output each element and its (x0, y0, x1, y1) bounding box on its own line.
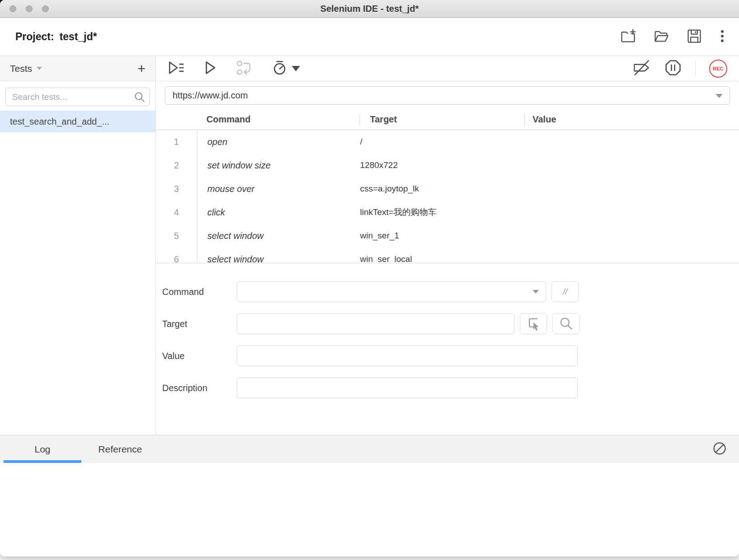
project-header: Project:test_jd* (0, 18, 739, 56)
table-row[interactable]: 5 select window win_ser_1 (156, 224, 739, 247)
select-target-icon (526, 316, 541, 332)
row-number: 1 (156, 130, 197, 154)
row-number: 4 (156, 201, 197, 224)
find-target-icon (559, 316, 573, 332)
find-target-button[interactable] (552, 313, 580, 334)
chevron-down-icon (37, 67, 42, 70)
open-project-icon (653, 28, 669, 45)
pause-on-exceptions-button[interactable] (664, 59, 682, 78)
select-target-button[interactable] (520, 313, 547, 334)
command-detail-form: Command // Target (156, 263, 739, 435)
description-field-label: Description (162, 383, 237, 393)
tab-reference[interactable]: Reference (81, 435, 159, 463)
tab-log[interactable]: Log (4, 435, 81, 463)
test-name: test_search_and_add_... (10, 117, 109, 127)
url-dropdown-caret-icon[interactable] (716, 94, 723, 98)
selenium-ide-window: Selenium IDE - test_jd* Project:test_jd* (0, 0, 739, 556)
value-field-label: Value (162, 351, 237, 361)
base-url-input[interactable] (165, 86, 730, 105)
url-bar-row (156, 81, 739, 109)
run-current-test-icon (204, 61, 217, 76)
run-all-tests-icon (168, 61, 185, 76)
step-over-button[interactable] (236, 60, 253, 77)
command-table: 1 open / 2 set window size 1280x722 3 mo… (156, 130, 739, 263)
table-row[interactable]: 2 set window size 1280x722 (156, 154, 739, 177)
clear-log-button[interactable] (712, 435, 727, 463)
window-title: Selenium IDE - test_jd* (0, 4, 739, 14)
column-header-value[interactable]: Value (524, 114, 739, 125)
row-target: win_ser_local (360, 254, 514, 263)
pause-on-exceptions-icon (664, 59, 682, 78)
toolbar-divider (695, 61, 696, 77)
open-project-button[interactable] (653, 28, 669, 45)
row-target: / (360, 137, 514, 147)
target-field-label: Target (162, 319, 237, 329)
column-header-target[interactable]: Target (360, 114, 524, 125)
test-list-item[interactable]: test_search_and_add_... (0, 111, 155, 132)
row-target: linkText=我的购物车 (360, 206, 514, 218)
row-number: 5 (156, 224, 197, 247)
kebab-menu-icon (719, 28, 725, 45)
row-command: select window (197, 231, 360, 241)
test-speed-icon (271, 60, 288, 78)
clear-log-icon (712, 441, 727, 458)
record-button[interactable]: REC (709, 60, 727, 78)
title-bar: Selenium IDE - test_jd* (0, 0, 739, 18)
row-command: select window (197, 254, 360, 263)
command-field-label: Command (162, 287, 237, 297)
run-current-test-button[interactable] (204, 61, 217, 76)
target-field-input[interactable] (237, 313, 514, 334)
project-label: Project: (15, 31, 54, 42)
playback-toolbar: REC (156, 56, 739, 81)
row-command: open (197, 137, 360, 147)
row-number: 2 (156, 154, 197, 177)
row-target: 1280x722 (360, 160, 514, 170)
row-number: 6 (156, 247, 197, 263)
tests-dropdown[interactable]: Tests (10, 63, 42, 74)
comment-slashes-label: // (563, 287, 567, 297)
value-field-input[interactable] (237, 345, 578, 366)
speed-dropdown-caret-icon (292, 66, 300, 71)
row-target: win_ser_1 (360, 231, 514, 241)
bottom-panel-tabs: Log Reference (0, 435, 739, 463)
tests-sidebar: Tests + test_search_and_add_... (0, 56, 156, 435)
table-row[interactable]: 6 select window win_ser_local (156, 247, 739, 263)
description-field-input[interactable] (237, 378, 578, 398)
new-project-button[interactable] (620, 28, 636, 45)
disable-breakpoints-button[interactable] (632, 60, 651, 77)
test-speed-control[interactable] (271, 60, 300, 78)
command-field-input[interactable] (237, 281, 546, 302)
column-header-command[interactable]: Command (156, 114, 360, 125)
log-content (0, 463, 739, 556)
table-row[interactable]: 4 click linkText=我的购物车 (156, 201, 739, 224)
row-target: css=a.joytop_lk (360, 184, 514, 194)
test-list: test_search_and_add_... (0, 111, 155, 435)
run-all-tests-button[interactable] (168, 61, 185, 76)
test-search (5, 88, 150, 106)
table-row[interactable]: 3 mouse over css=a.joytop_lk (156, 177, 739, 201)
row-number: 3 (156, 177, 197, 201)
search-icon (134, 91, 145, 105)
project-name: test_jd* (60, 31, 97, 42)
command-dropdown-caret-icon[interactable] (533, 290, 539, 294)
save-project-button[interactable] (686, 28, 702, 45)
table-row[interactable]: 1 open / (156, 130, 739, 154)
project-title: Project:test_jd* (15, 31, 97, 43)
row-command: mouse over (197, 184, 360, 194)
disable-breakpoints-icon (632, 60, 651, 77)
toggle-comment-button[interactable]: // (552, 281, 579, 302)
row-command: set window size (197, 160, 360, 171)
command-table-header: Command Target Value (156, 109, 739, 130)
search-tests-input[interactable] (5, 88, 150, 106)
sidebar-header: Tests + (0, 56, 155, 81)
add-test-button[interactable]: + (137, 62, 145, 75)
row-command: click (197, 207, 360, 218)
save-project-icon (686, 28, 702, 45)
new-project-icon (620, 28, 636, 45)
step-over-icon (236, 60, 253, 77)
project-menu-button[interactable] (719, 28, 725, 45)
tests-dropdown-label: Tests (10, 63, 32, 74)
